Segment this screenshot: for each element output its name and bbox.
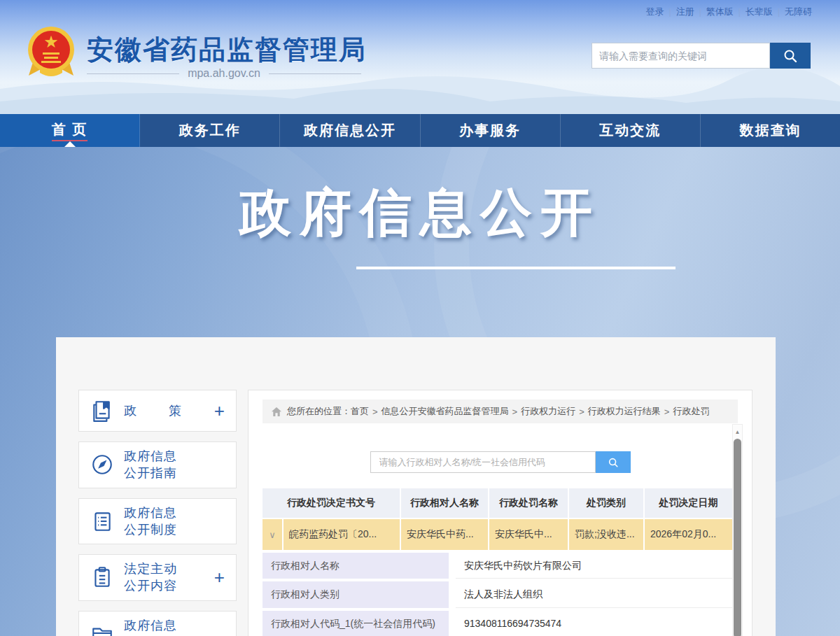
breadcrumb-item-operation-results[interactable]: 行政权力运行结果: [588, 405, 661, 418]
column-header-document-number: 行政处罚决定书文号: [262, 488, 400, 518]
detail-value-party-category: 法人及非法人组织: [456, 581, 732, 607]
main-content-box: 您所在的位置： 首页 > 信息公开安徽省药品监督管理局 > 行政权力运行 > 行…: [248, 390, 752, 636]
divider: [87, 73, 179, 74]
sidebar-item-label: 政府信息公开年报: [124, 617, 183, 636]
plus-expand-icon[interactable]: +: [214, 568, 225, 586]
link-separator: |: [699, 7, 701, 17]
site-url-row: mpa.ah.gov.cn: [87, 67, 361, 80]
search-icon: [608, 457, 619, 468]
nav-label: 数据查询: [739, 121, 801, 140]
site-url-text: mpa.ah.gov.cn: [188, 67, 260, 80]
sidebar-item-label: 政府信息公开制度: [124, 504, 183, 539]
chevron-down-icon[interactable]: ∨: [269, 530, 276, 540]
top-utility-links: 登录 | 注册 | 繁体版 | 长辈版 | 无障碍: [646, 6, 813, 18]
breadcrumb-item-agency[interactable]: 信息公开安徽省药品监督管理局: [382, 405, 509, 418]
detail-row: 行政相对人名称 安庆华氏中药饮片有限公司: [262, 553, 732, 579]
sidebar-item-annual-report[interactable]: 政府信息公开年报: [78, 611, 237, 636]
cell-decision-date: 2026年02月0...: [645, 519, 732, 550]
nav-item-data-query[interactable]: 数据查询: [701, 114, 840, 147]
sidebar-item-label: 政 策: [124, 402, 214, 419]
nav-label: 互动交流: [599, 121, 661, 140]
link-separator: |: [669, 7, 671, 17]
breadcrumb-separator: >: [579, 407, 584, 417]
login-link[interactable]: 登录: [646, 6, 664, 18]
sidebar-menu: 政 策 + 政府信息公开指南 政府信息公开制度: [78, 390, 237, 636]
detail-label-party-name: 行政相对人名称: [262, 553, 449, 579]
column-header-penalty-type: 处罚类别: [569, 488, 643, 518]
penalty-search-input[interactable]: [370, 451, 596, 473]
home-icon: [271, 407, 282, 417]
elder-version-link[interactable]: 长辈版: [746, 6, 773, 18]
breadcrumb: 您所在的位置： 首页 > 信息公开安徽省药品监督管理局 > 行政权力运行 > 行…: [262, 400, 738, 423]
nav-item-info-disclosure[interactable]: 政府信息公开: [280, 114, 420, 147]
title-underline: [356, 267, 676, 269]
penalty-search-button[interactable]: [596, 451, 631, 473]
svg-text:★: ★: [43, 32, 59, 51]
column-header-decision-date: 处罚决定日期: [645, 488, 732, 518]
detail-row: 行政相对人代码_1(统一社会信用代码) 913408116694735474: [262, 611, 732, 636]
document-list-icon: [90, 509, 115, 533]
main-navigation: 首 页 政务工作 政府信息公开 办事服务 互动交流 数据查询: [0, 114, 840, 147]
column-header-penalty-name: 行政处罚名称: [489, 488, 568, 518]
cell-party-name: 安庆华氏中药...: [401, 519, 488, 550]
nav-item-home[interactable]: 首 页: [0, 114, 140, 147]
table-row[interactable]: ∨ 皖药监药处罚〔20... 安庆华氏中药... 安庆华氏中... 罚款;没收违…: [262, 519, 732, 550]
nav-item-interaction[interactable]: 互动交流: [561, 114, 701, 147]
nav-label: 政府信息公开: [304, 121, 396, 140]
cell-penalty-type: 罚款;没收违...: [569, 519, 643, 550]
divider: [269, 73, 361, 74]
table-header-row: 行政处罚决定书文号 行政相对人名称 行政处罚名称 处罚类别 处罚决定日期: [262, 488, 732, 518]
breadcrumb-item-home[interactable]: 首页: [351, 405, 369, 418]
site-header: 登录 | 注册 | 繁体版 | 长辈版 | 无障碍 ★ 安徽省药品监督管理局 m…: [0, 0, 840, 114]
breadcrumb-prefix: 您所在的位置：: [287, 405, 351, 418]
nav-item-services[interactable]: 办事服务: [421, 114, 561, 147]
column-header-party-name: 行政相对人名称: [401, 488, 488, 518]
nav-label: 办事服务: [459, 121, 521, 140]
detail-label-credit-code: 行政相对人代码_1(统一社会信用代码): [262, 611, 449, 636]
sidebar-item-label: 法定主动公开内容: [124, 560, 183, 595]
site-title[interactable]: 安徽省药品监督管理局: [87, 32, 367, 68]
penalty-table: 行政处罚决定书文号 行政相对人名称 行政处罚名称 处罚类别 处罚决定日期 ∨ 皖…: [262, 488, 732, 636]
nav-label: 政务工作: [179, 121, 241, 140]
breadcrumb-item-power-operation[interactable]: 行政权力运行: [521, 405, 575, 418]
register-link[interactable]: 注册: [676, 6, 694, 18]
page-title: 政府信息公开: [0, 178, 840, 248]
sidebar-item-disclosure-rules[interactable]: 政府信息公开制度: [78, 498, 237, 545]
detail-value-credit-code: 913408116694735474: [456, 611, 732, 636]
detail-value-party-name: 安庆华氏中药饮片有限公司: [456, 553, 732, 579]
content-panel: 政 策 + 政府信息公开指南 政府信息公开制度: [56, 337, 776, 636]
sidebar-item-statutory-disclosure[interactable]: 法定主动公开内容 +: [78, 554, 237, 601]
breadcrumb-separator: >: [512, 407, 518, 417]
penalty-search-row: [248, 451, 752, 473]
detail-row: 行政相对人类别 法人及非法人组织: [262, 581, 732, 607]
cell-document-number: 皖药监药处罚〔20...: [284, 519, 400, 550]
header-search: [592, 43, 811, 69]
plus-expand-icon[interactable]: +: [214, 402, 225, 420]
folder-icon: [90, 622, 115, 636]
link-separator: |: [778, 7, 780, 17]
header-search-input[interactable]: [592, 43, 770, 69]
search-icon: [783, 48, 798, 64]
nav-label: 首 页: [52, 120, 88, 141]
detail-label-party-category: 行政相对人类别: [262, 581, 449, 607]
national-emblem-icon: ★: [25, 24, 77, 83]
header-search-button[interactable]: [770, 43, 811, 69]
compass-icon: [90, 453, 115, 476]
nav-item-government-work[interactable]: 政务工作: [140, 114, 280, 147]
sidebar-item-label: 政府信息公开指南: [124, 448, 183, 482]
policy-book-icon: [90, 399, 115, 423]
scrollbar-thumb[interactable]: [734, 439, 741, 636]
link-separator: |: [738, 7, 741, 17]
scroll-up-icon[interactable]: ▲: [735, 429, 741, 435]
breadcrumb-item-penalty[interactable]: 行政处罚: [673, 405, 709, 418]
vertical-scrollbar[interactable]: ▲: [732, 424, 743, 636]
breadcrumb-separator: >: [372, 407, 378, 417]
national-emblem-logo[interactable]: ★: [25, 24, 77, 83]
sidebar-item-disclosure-guide[interactable]: 政府信息公开指南: [78, 441, 237, 488]
breadcrumb-separator: >: [664, 407, 670, 417]
cell-penalty-name: 安庆华氏中...: [489, 519, 568, 550]
accessibility-link[interactable]: 无障碍: [785, 6, 812, 18]
sidebar-item-policy[interactable]: 政 策 +: [78, 390, 237, 432]
traditional-chinese-link[interactable]: 繁体版: [706, 6, 734, 18]
clipboard-icon: [90, 565, 115, 589]
